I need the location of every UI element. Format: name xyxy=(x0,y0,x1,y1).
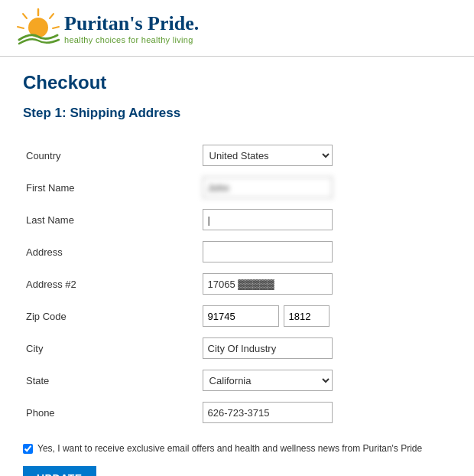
country-label: Country xyxy=(23,142,200,168)
city-input[interactable] xyxy=(203,337,333,359)
phone-input[interactable] xyxy=(203,402,333,423)
svg-line-1 xyxy=(50,14,54,18)
address-row: Address xyxy=(23,239,451,265)
brand-name: Puritan's Pride. xyxy=(64,13,199,35)
shipping-form: Country United States Canada United King… xyxy=(23,136,451,432)
first-name-cell xyxy=(200,174,451,201)
logo-text: Puritan's Pride. healthy choices for hea… xyxy=(64,13,199,44)
phone-cell xyxy=(200,399,451,425)
section-title: Step 1: Shipping Address xyxy=(23,106,451,121)
zip-label: Zip Code xyxy=(23,303,200,329)
svg-line-4 xyxy=(18,27,24,28)
email-opt-in-label: Yes, I want to receive exclusive email o… xyxy=(37,442,422,455)
brand-tagline: healthy choices for healthy living xyxy=(64,35,199,44)
city-label: City xyxy=(23,335,200,361)
phone-row: Phone xyxy=(23,399,451,425)
address2-cell xyxy=(200,271,451,297)
zip-main-input[interactable] xyxy=(203,305,279,327)
address2-input[interactable] xyxy=(203,273,333,295)
logo: Puritan's Pride. healthy choices for hea… xyxy=(15,8,199,50)
page-title: Checkout xyxy=(23,72,451,93)
zip-ext-input[interactable] xyxy=(284,305,330,327)
logo-sun-icon xyxy=(15,8,61,50)
site-header: Puritan's Pride. healthy choices for hea… xyxy=(0,0,474,57)
address2-row: Address #2 xyxy=(23,271,451,297)
address-input[interactable] xyxy=(203,241,333,262)
last-name-input[interactable] xyxy=(203,209,333,230)
city-cell xyxy=(200,335,451,361)
state-row: State AlabamaAlaskaArizonaArkansas Calif… xyxy=(23,367,451,393)
address-cell xyxy=(200,239,451,265)
address-label: Address xyxy=(23,239,200,265)
last-name-cell xyxy=(200,207,451,233)
country-field-cell: United States Canada United Kingdom Aust… xyxy=(200,142,451,168)
main-content: Checkout Step 1: Shipping Address Countr… xyxy=(0,57,474,476)
svg-line-2 xyxy=(53,27,59,28)
email-opt-in-row: Yes, I want to receive exclusive email o… xyxy=(23,442,451,455)
zip-inputs xyxy=(203,305,448,327)
update-button[interactable]: UPDATE xyxy=(23,466,96,476)
country-select[interactable]: United States Canada United Kingdom Aust… xyxy=(203,145,333,166)
state-cell: AlabamaAlaskaArizonaArkansas CaliforniaC… xyxy=(200,367,451,393)
phone-label: Phone xyxy=(23,399,200,425)
email-opt-in-checkbox[interactable] xyxy=(23,444,33,454)
last-name-row: Last Name xyxy=(23,207,451,233)
first-name-input[interactable] xyxy=(203,177,333,198)
address2-label: Address #2 xyxy=(23,271,200,297)
state-label: State xyxy=(23,367,200,393)
last-name-label: Last Name xyxy=(23,207,200,233)
state-select[interactable]: AlabamaAlaskaArizonaArkansas CaliforniaC… xyxy=(203,370,333,391)
first-name-row: First Name xyxy=(23,174,451,201)
svg-line-3 xyxy=(23,14,27,18)
city-row: City xyxy=(23,335,451,361)
first-name-label: First Name xyxy=(23,174,200,201)
zip-row: Zip Code xyxy=(23,303,451,329)
country-row: Country United States Canada United King… xyxy=(23,142,451,168)
zip-cell xyxy=(200,303,451,329)
